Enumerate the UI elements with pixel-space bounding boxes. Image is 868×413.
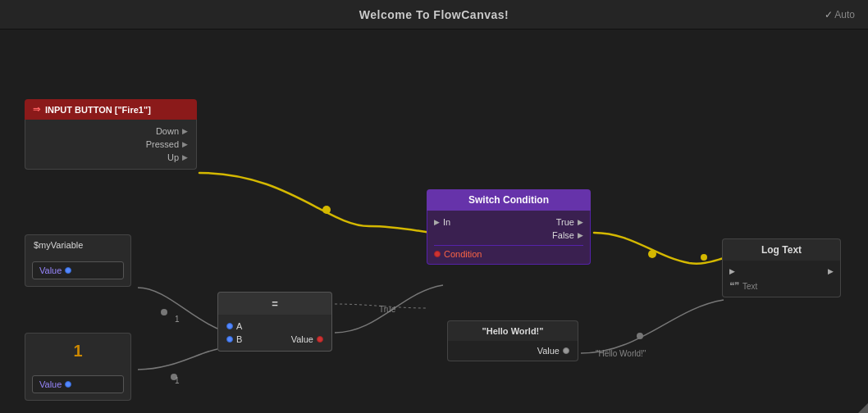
svg-point-1 [648, 250, 656, 258]
equals-b-dot [226, 336, 233, 343]
svg-point-2 [161, 309, 167, 315]
switch-false-row: False ▶ [434, 229, 583, 242]
flow-canvas[interactable]: INPUT BUTTON ["Fire1"] Down ▶ Pressed ▶ … [0, 30, 868, 413]
label-1-top: 1 [175, 315, 180, 324]
node-switch-header: Switch Condition [427, 189, 591, 211]
node-input-button-title: INPUT BUTTON ["Fire1"] [45, 105, 151, 115]
node-logtext-body: ▶ ▶ ❝❞ Text [722, 261, 841, 297]
myvariable-value-port: Value [32, 261, 124, 279]
myvariable-value-dot [65, 267, 71, 274]
label-1-bottom: 1 [175, 376, 180, 385]
port-up: Up ▶ [34, 151, 188, 164]
hello-value-dot [563, 347, 569, 354]
node-logtext-title: Log Text [761, 244, 802, 256]
equals-port-b: B Value [226, 333, 323, 346]
node-hello-body: Value [447, 341, 578, 361]
node-input-button-header: INPUT BUTTON ["Fire1"] [25, 99, 197, 120]
switch-in-true-row: ▶ In True ▶ [434, 216, 583, 229]
node-number-title: 1 [73, 342, 82, 360]
svg-point-0 [322, 206, 331, 214]
node-switch-title: Switch Condition [468, 194, 549, 206]
node-number-body: Value [25, 369, 131, 401]
label-hello-world: "Hello World!" [596, 349, 646, 358]
node-myvariable-body: Value [25, 255, 131, 287]
node-equals-body: A B Value [217, 315, 332, 352]
svg-point-5 [701, 254, 707, 261]
node-equals[interactable]: = A B Value [217, 292, 332, 352]
switch-condition-dot [434, 251, 441, 257]
switch-condition-port: Condition [434, 245, 583, 259]
corner-indicator [858, 403, 868, 413]
number-value-dot [65, 381, 71, 388]
node-switch-body: ▶ In True ▶ False ▶ Condition [427, 211, 591, 265]
port-down: Down ▶ [34, 125, 188, 138]
header: Welcome To FlowCanvas! Auto [0, 0, 868, 30]
node-equals-title: = [272, 297, 278, 310]
node-number-header: 1 [25, 333, 131, 369]
node-hello-title: "Hello World!" [482, 326, 543, 336]
node-hello-header: "Hello World!" [447, 320, 578, 341]
logtext-text-port: ❝❞ Text [729, 277, 834, 292]
equals-port-a: A [226, 320, 323, 333]
svg-point-4 [637, 333, 643, 339]
label-true: True [379, 305, 395, 314]
node-myvariable[interactable]: $myVariable Value [25, 234, 131, 287]
node-input-button-body: Down ▶ Pressed ▶ Up ▶ [25, 120, 197, 170]
node-myvariable-header: $myVariable [25, 234, 131, 255]
node-myvariable-title: $myVariable [34, 240, 83, 250]
node-log-text[interactable]: Log Text ▶ ▶ ❝❞ Text [722, 238, 841, 297]
equals-value-dot [317, 336, 323, 343]
auto-toggle[interactable]: Auto [825, 9, 855, 20]
node-hello-world[interactable]: "Hello World!" Value [447, 320, 578, 361]
node-switch-condition[interactable]: Switch Condition ▶ In True ▶ False ▶ [427, 189, 591, 265]
node-equals-header: = [217, 292, 332, 315]
equals-a-dot [226, 323, 233, 329]
header-title: Welcome To FlowCanvas! [359, 8, 509, 21]
node-logtext-header: Log Text [722, 238, 841, 261]
node-number-1[interactable]: 1 Value [25, 333, 131, 401]
port-pressed: Pressed ▶ [34, 138, 188, 151]
logtext-exec-ports: ▶ ▶ [729, 266, 834, 277]
node-input-button[interactable]: INPUT BUTTON ["Fire1"] Down ▶ Pressed ▶ … [25, 99, 197, 170]
number-value-port: Value [32, 375, 124, 393]
